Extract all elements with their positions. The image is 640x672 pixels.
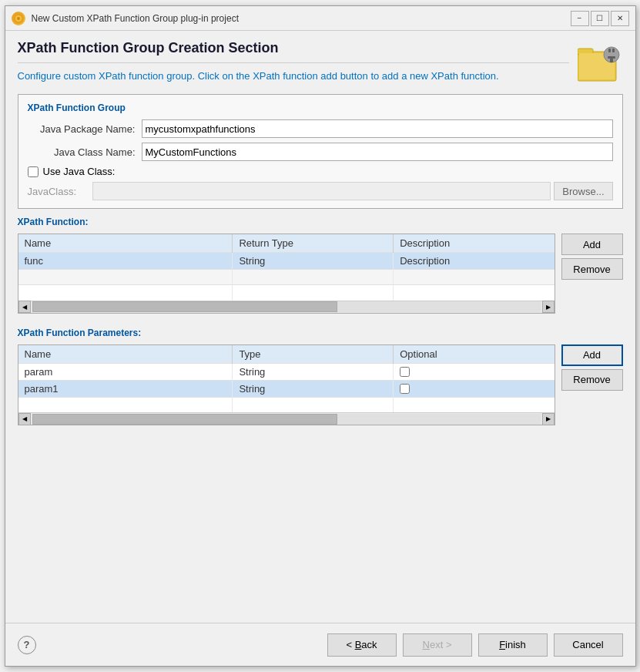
- param-cell-optional-1: [394, 363, 555, 380]
- param-cell-name-2: param1: [18, 380, 233, 397]
- scroll-left-arrow[interactable]: ◀: [18, 301, 31, 313]
- title-bar: New Custom XPath Function Group plug-in …: [5, 6, 635, 31]
- maximize-button[interactable]: ☐: [591, 11, 609, 26]
- back-button[interactable]: < Back: [327, 633, 397, 657]
- function-group-section: XPath Function Group Java Package Name: …: [18, 94, 623, 209]
- next-label: Next >: [423, 639, 452, 650]
- finish-button[interactable]: Finish: [478, 633, 548, 657]
- svg-rect-8: [612, 49, 615, 52]
- xpath-params-table: Name Type Optional param String: [18, 345, 555, 413]
- table-row-empty2: [18, 285, 555, 301]
- app-icon: [12, 12, 25, 25]
- param-row-1[interactable]: param String: [18, 363, 555, 380]
- java-package-input[interactable]: [142, 119, 613, 138]
- param-col-optional: Optional: [394, 345, 555, 364]
- xpath-function-label: XPath Function:: [18, 217, 623, 227]
- main-window: New Custom XPath Function Group plug-in …: [5, 5, 636, 667]
- param-col-type: Type: [233, 345, 394, 364]
- java-class-name-row: Java Class Name:: [28, 143, 613, 161]
- svg-rect-7: [608, 49, 611, 52]
- next-button[interactable]: Next >: [403, 633, 472, 657]
- window-title: New Custom XPath Function Group plug-in …: [32, 13, 565, 24]
- function-remove-button[interactable]: Remove: [561, 258, 623, 280]
- svg-rect-9: [608, 56, 615, 59]
- col-return-type: Return Type: [233, 234, 394, 253]
- col-name: Name: [18, 234, 233, 253]
- scroll-right-arrow[interactable]: ▶: [542, 301, 555, 313]
- main-content: XPath Function Group Creation Section Co…: [5, 31, 635, 623]
- svg-point-2: [17, 17, 20, 20]
- params-scroll-left-arrow[interactable]: ◀: [18, 413, 31, 425]
- java-class-name-input[interactable]: [142, 143, 613, 161]
- xpath-function-table-section: Name Return Type Description func String…: [18, 234, 623, 314]
- java-class-field-label: JavaClass:: [28, 186, 89, 197]
- use-java-class-row: Use Java Class:: [28, 166, 613, 177]
- use-java-class-checkbox[interactable]: [28, 166, 39, 177]
- function-add-button[interactable]: Add: [561, 234, 623, 255]
- cell-return-type: String: [233, 253, 394, 270]
- back-label: < Back: [346, 639, 377, 650]
- param-optional-checkbox-1[interactable]: [400, 367, 410, 377]
- description-text: Configure custom XPath function group. C…: [18, 69, 569, 83]
- param-cell-name-1: param: [18, 363, 233, 380]
- param-optional-checkbox-2[interactable]: [400, 384, 410, 394]
- param-row-empty: [18, 397, 555, 412]
- page-title: XPath Function Group Creation Section: [18, 40, 569, 56]
- params-add-button[interactable]: Add: [561, 344, 623, 366]
- table-row[interactable]: func String Description: [18, 253, 555, 270]
- xpath-params-label: XPath Function Parameters:: [18, 328, 623, 338]
- params-scroll-right-arrow[interactable]: ▶: [542, 413, 555, 425]
- cell-description: Description: [394, 253, 555, 270]
- xpath-function-outer: XPath Function: Name Return Type Descrip…: [18, 217, 623, 320]
- xpath-params-table-section: Name Type Optional param String: [18, 344, 623, 426]
- browse-button[interactable]: Browse...: [554, 182, 612, 200]
- col-description: Description: [394, 234, 555, 253]
- use-java-class-label: Use Java Class:: [43, 166, 116, 177]
- help-button[interactable]: ?: [18, 636, 36, 654]
- scroll-track[interactable]: [32, 301, 541, 312]
- java-package-row: Java Package Name:: [28, 119, 613, 138]
- close-button[interactable]: ✕: [611, 11, 629, 26]
- horizontal-scrollbar[interactable]: ◀ ▶: [18, 301, 555, 313]
- params-horizontal-scrollbar[interactable]: ◀ ▶: [18, 412, 555, 425]
- function-group-label: XPath Function Group: [28, 102, 613, 113]
- table-row-empty: [18, 270, 555, 285]
- scroll-thumb[interactable]: [32, 301, 337, 312]
- params-scroll-track[interactable]: [32, 414, 541, 425]
- params-buttons: Add Remove: [561, 344, 623, 391]
- cell-name: func: [18, 253, 233, 270]
- header-left: XPath Function Group Creation Section Co…: [18, 40, 569, 83]
- params-remove-button[interactable]: Remove: [561, 369, 623, 391]
- java-class-name-label: Java Class Name:: [28, 146, 136, 158]
- param-cell-optional-2: [394, 380, 555, 397]
- params-scroll-thumb[interactable]: [32, 414, 337, 425]
- param-cell-type-1: String: [233, 363, 394, 380]
- finish-label: Finish: [499, 639, 526, 650]
- bottom-bar: ? < Back Next > Finish Cancel: [5, 623, 635, 666]
- window-controls: − ☐ ✕: [571, 11, 629, 26]
- xpath-params-outer: XPath Function Parameters: Name Type Opt…: [18, 328, 623, 432]
- java-package-label: Java Package Name:: [28, 123, 136, 135]
- header-section: XPath Function Group Creation Section Co…: [18, 40, 623, 86]
- param-col-name: Name: [18, 345, 233, 364]
- header-icon: [577, 40, 623, 86]
- java-class-row: JavaClass: Browse...: [28, 182, 613, 200]
- cancel-button[interactable]: Cancel: [554, 633, 623, 657]
- java-class-field-input: [92, 182, 551, 200]
- param-cell-type-2: String: [233, 380, 394, 397]
- xpath-function-table: Name Return Type Description func String…: [18, 234, 555, 301]
- param-row-2[interactable]: param1 String: [18, 380, 555, 397]
- svg-rect-10: [610, 59, 613, 62]
- xpath-function-buttons: Add Remove: [561, 234, 623, 280]
- minimize-button[interactable]: −: [571, 11, 589, 26]
